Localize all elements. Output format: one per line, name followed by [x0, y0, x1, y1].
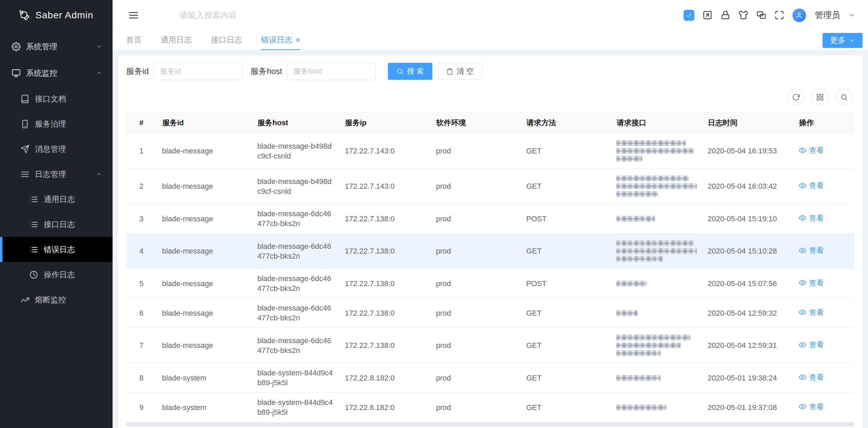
cell-service-id: blade-message — [157, 298, 252, 328]
more-button[interactable]: 更多 — [823, 33, 863, 48]
cell-action: 查看 — [793, 298, 854, 328]
search-button[interactable]: 搜 索 — [388, 63, 432, 80]
tab-label: 通用日志 — [161, 35, 192, 45]
table-row[interactable]: 2blade-messageblade-message-b498dc9cf-cs… — [126, 169, 854, 204]
eye-icon — [799, 373, 806, 381]
cell-method: POST — [521, 269, 611, 298]
eye-icon — [799, 182, 806, 189]
sidebar-item-message-management[interactable]: 消息管理 — [0, 136, 113, 162]
cell-action: 查看 — [793, 169, 854, 204]
user-menu-chevron-icon[interactable] — [848, 12, 855, 19]
redacted-api-mosaic — [616, 281, 647, 286]
table-row[interactable]: 9blade-systemblade-system-844d9c4b89-j5k… — [126, 393, 854, 422]
cell-service-host: blade-message-6dc46477cb-bks2n — [252, 298, 339, 328]
sidebar-item-system-monitor[interactable]: 系统监控 — [0, 60, 113, 86]
username[interactable]: 管理员 — [815, 10, 840, 21]
sidebar-item-operation-log[interactable]: 操作日志 — [0, 262, 113, 287]
cell-env: prod — [431, 363, 521, 393]
table-row[interactable]: 1blade-messageblade-message-b498dc9cf-cs… — [126, 133, 854, 169]
view-link[interactable]: 查看 — [799, 340, 824, 350]
lock-icon[interactable] — [721, 10, 730, 20]
table-row[interactable]: 4blade-messageblade-message-6dc46477cb-b… — [126, 234, 854, 269]
sidebar-item-log-management[interactable]: 日志管理 — [0, 162, 113, 187]
check-badge-icon[interactable] — [684, 10, 694, 21]
table-row[interactable]: 8blade-systemblade-system-844d9c4b89-j5k… — [126, 363, 854, 393]
tab-error-log[interactable]: 错误日志 × — [261, 31, 300, 50]
sidebar-item-error-log[interactable]: 错误日志 — [0, 237, 113, 262]
view-link-label: 查看 — [809, 181, 824, 190]
cell-service-host: blade-system-844d9c4b89-j5k5l — [252, 393, 339, 422]
cell-action: 查看 — [793, 234, 854, 269]
column-settings-button[interactable] — [812, 89, 828, 106]
logo-pen-icon — [19, 10, 30, 21]
cell-env: prod — [431, 169, 521, 204]
view-link[interactable]: 查看 — [799, 278, 824, 288]
cell-method: GET — [521, 133, 611, 169]
view-link[interactable]: 查看 — [799, 145, 824, 155]
sidebar-item-system-management[interactable]: 系统管理 — [0, 33, 113, 60]
cell-request-api — [611, 363, 702, 393]
sidebar-menu: 系统管理 系统监控 接口文档 服务治理 消息管理 日志 — [0, 31, 113, 312]
cell-request-api — [611, 133, 702, 169]
view-link[interactable]: 查看 — [799, 308, 824, 317]
fullscreen-icon[interactable] — [774, 10, 784, 20]
sidebar-item-service-governance[interactable]: 服务治理 — [0, 111, 113, 136]
view-link-label: 查看 — [809, 213, 824, 223]
clock-icon — [29, 270, 38, 279]
tab-general-log[interactable]: 通用日志 — [161, 31, 192, 50]
cell-action: 查看 — [793, 269, 854, 298]
view-link-label: 查看 — [809, 340, 824, 350]
hamburger-menu-icon[interactable] — [128, 10, 139, 21]
service-id-input[interactable] — [154, 62, 242, 80]
cell-log-time: 2020-05-04 16:19:53 — [702, 133, 793, 169]
table-row[interactable]: 6blade-messageblade-message-6dc46477cb-b… — [126, 298, 854, 328]
horizontal-scrollbar[interactable] — [126, 423, 854, 427]
topbar: 管理员 — [113, 0, 868, 31]
log-table-body: 1blade-messageblade-message-b498dc9cf-cs… — [126, 133, 854, 428]
cell-index: 6 — [126, 298, 157, 328]
search-toggle-button[interactable] — [836, 89, 852, 106]
cell-env: prod — [431, 133, 521, 169]
view-link[interactable]: 查看 — [799, 245, 824, 255]
sidebar-item-circuit-breaker-monitor[interactable]: 熔断监控 — [0, 287, 113, 312]
view-link[interactable]: 查看 — [799, 181, 824, 190]
cell-index: 4 — [126, 234, 157, 269]
tab-api-log[interactable]: 接口日志 — [211, 31, 242, 50]
avatar[interactable] — [792, 8, 806, 22]
theme-skin-icon[interactable] — [738, 10, 748, 20]
cell-method: GET — [521, 363, 611, 393]
sidebar-item-api-log[interactable]: 接口日志 — [0, 212, 113, 237]
cell-service-id: blade-message — [157, 169, 252, 204]
view-link[interactable]: 查看 — [799, 372, 824, 382]
service-host-input[interactable] — [287, 62, 376, 80]
clear-button[interactable]: 清 空 — [438, 63, 482, 80]
cell-env: prod — [431, 328, 521, 363]
table-row[interactable]: 5blade-messageblade-message-6dc46477cb-b… — [126, 269, 854, 298]
table-row[interactable]: 7blade-messageblade-message-6dc46477cb-b… — [126, 328, 854, 363]
cell-log-time: 2020-05-04 16:03:42 — [702, 169, 793, 204]
cell-service-host: blade-message-6dc46477cb-bks2n — [252, 269, 339, 298]
tab-home[interactable]: 首页 — [126, 31, 142, 50]
redacted-api-mosaic — [616, 335, 690, 340]
close-tab-icon[interactable]: × — [295, 36, 300, 44]
sidebar-item-api-docs[interactable]: 接口文档 — [0, 86, 113, 111]
cell-log-time: 2020-05-04 12:59:31 — [702, 328, 793, 363]
sidebar-item-general-log[interactable]: 通用日志 — [0, 187, 113, 212]
redacted-api-mosaic — [616, 148, 694, 154]
table-row[interactable]: 3blade-messageblade-message-6dc46477cb-b… — [126, 204, 854, 234]
cell-service-ip: 172.22.7.138:0 — [339, 269, 431, 298]
cell-service-id: blade-system — [157, 363, 252, 393]
multi-screen-icon[interactable] — [756, 10, 766, 20]
cell-env: prod — [431, 298, 521, 328]
view-link[interactable]: 查看 — [799, 213, 824, 223]
menu-label: 错误日志 — [44, 244, 75, 255]
screenshot-icon[interactable] — [703, 10, 712, 20]
view-link[interactable]: 查看 — [799, 402, 824, 412]
cell-log-time: 2020-05-01 19:37:08 — [702, 393, 793, 422]
redacted-api-mosaic — [616, 175, 689, 181]
app-title: Saber Admin — [35, 10, 93, 21]
refresh-button[interactable] — [788, 89, 804, 106]
cell-method: GET — [521, 328, 611, 363]
global-search-input[interactable] — [180, 11, 322, 20]
col-request-api: 请求接口 — [611, 113, 702, 133]
